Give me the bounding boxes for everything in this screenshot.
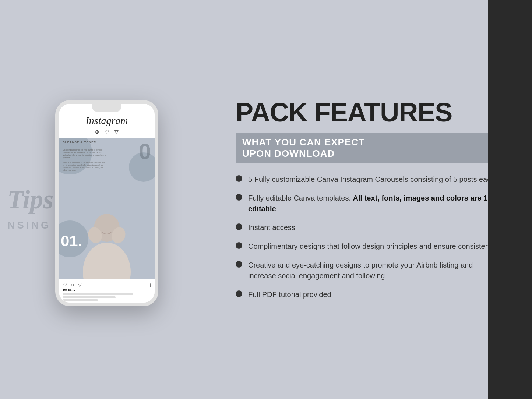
instagram-icons: ⊕ ♡ ▽ bbox=[64, 129, 149, 135]
bullet-1 bbox=[236, 175, 242, 182]
pack-features-title: PACK FEATURES bbox=[236, 99, 503, 126]
feature-item-2: Fully editable Canva templates. All text… bbox=[236, 193, 503, 214]
post-body-2: Toner is a natural part of the cleansing… bbox=[63, 161, 107, 172]
feature-text-5: Creative and eye-catching designs to pro… bbox=[248, 260, 503, 281]
dark-side-panel bbox=[488, 0, 532, 399]
feature-text-2-normal: Fully editable Canva templates. bbox=[248, 194, 353, 202]
bullet-4 bbox=[236, 242, 242, 249]
feature-text-1: 5 Fully customizable Canva Instagram Car… bbox=[248, 174, 495, 185]
feature-text-3: Instant access bbox=[248, 222, 295, 233]
feature-text-2: Fully editable Canva templates. All text… bbox=[248, 193, 503, 214]
nsing-bg-text: NSING bbox=[7, 219, 51, 231]
bullet-2 bbox=[236, 194, 242, 201]
person-image bbox=[77, 206, 136, 279]
phone-mockup-section: Tips NSING Instagram ⊕ ♡ ▽ bbox=[0, 0, 214, 399]
heart-icon: ♡ bbox=[105, 129, 109, 135]
like-icon: ♡ bbox=[63, 282, 67, 287]
instagram-logo: Instagram bbox=[64, 115, 149, 127]
bullet-3 bbox=[236, 223, 242, 230]
post-number-left: 01. bbox=[61, 232, 82, 250]
post-bottom-bar: ♡ ○ ▽ ⬚ 150 likes bbox=[59, 279, 155, 303]
share-icon: ▽ bbox=[78, 282, 82, 287]
comment-line-1 bbox=[63, 293, 133, 295]
subtitle-text: WHAT YOU CAN EXPECT UPON DOWNLOAD bbox=[242, 137, 496, 159]
bullet-5 bbox=[236, 261, 242, 268]
phone-device: Instagram ⊕ ♡ ▽ CLEANSE & TONER bbox=[55, 100, 158, 306]
comment-line-2 bbox=[63, 296, 116, 298]
comment-lines bbox=[63, 293, 151, 301]
svg-point-0 bbox=[83, 243, 131, 279]
post-image-area: CLEANSE & TONER Cleansing is essential f… bbox=[59, 138, 155, 279]
feature-item-3: Instant access bbox=[236, 222, 503, 233]
feature-item-4: Complimentary designs that follow design… bbox=[236, 241, 503, 252]
features-list: 5 Fully customizable Canva Instagram Car… bbox=[236, 174, 503, 300]
comment-icon: ○ bbox=[71, 282, 74, 287]
feature-item-1: 5 Fully customizable Canva Instagram Car… bbox=[236, 174, 503, 185]
add-icon: ⊕ bbox=[95, 129, 99, 135]
features-section: PACK FEATURES WHAT YOU CAN EXPECT UPON D… bbox=[214, 0, 532, 399]
subtitle-banner: WHAT YOU CAN EXPECT UPON DOWNLOAD bbox=[236, 133, 503, 163]
feature-item-5: Creative and eye-catching designs to pro… bbox=[236, 260, 503, 281]
comment-line-3 bbox=[63, 299, 98, 301]
tips-bg-text: Tips bbox=[7, 186, 53, 213]
phone-screen: Instagram ⊕ ♡ ▽ CLEANSE & TONER bbox=[59, 104, 155, 303]
phone-wrapper: Instagram ⊕ ♡ ▽ CLEANSE & TONER bbox=[55, 100, 158, 306]
post-body-1: Cleansing is essential for your routine … bbox=[63, 149, 107, 159]
feature-text-6: Full PDF tutorial provided bbox=[248, 289, 331, 300]
send-icon: ▽ bbox=[114, 129, 119, 135]
bullet-6 bbox=[236, 290, 242, 297]
post-number-big: 0 bbox=[139, 141, 151, 163]
post-likes: 150 likes bbox=[63, 289, 151, 292]
post-title: CLEANSE & TONER bbox=[63, 141, 96, 144]
feature-item-6: Full PDF tutorial provided bbox=[236, 289, 503, 300]
phone-notch bbox=[92, 104, 121, 112]
post-actions: ♡ ○ ▽ ⬚ bbox=[63, 282, 151, 287]
feature-text-4: Complimentary designs that follow design… bbox=[248, 241, 497, 252]
bookmark-icon: ⬚ bbox=[146, 282, 151, 287]
post-body: Cleansing is essential for your routine … bbox=[63, 149, 107, 174]
